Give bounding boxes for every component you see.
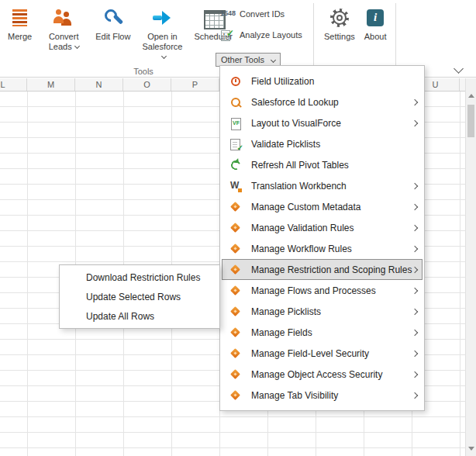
convert-ids-icon: 1548 (220, 8, 236, 20)
ribbon-button[interactable]: Merge (3, 3, 36, 42)
ribbon-button[interactable]: Open in Salesforce (135, 3, 189, 62)
dropdown-caret-icon (161, 54, 167, 59)
menu-item[interactable]: Manage Restriction and Scoping Rules (222, 259, 423, 280)
ribbon-button[interactable]: About (360, 3, 391, 42)
menu-item[interactable]: Manage Fields (222, 322, 423, 343)
ribbon-button-label: About (364, 32, 387, 42)
menu-item[interactable]: Manage Field-Level Security (222, 343, 423, 364)
menu-item-label: Refresh All Pivot Tables (251, 160, 349, 171)
menu-item[interactable]: Manage Custom Metadata (222, 196, 423, 217)
menu-item-label: Manage Field-Level Security (251, 348, 369, 359)
ribbon-button[interactable]: Convert Leads (36, 3, 91, 52)
menu-item-label: Translation Workbench (251, 181, 347, 192)
icon-text: 1548 (220, 9, 236, 17)
column-header[interactable]: N (75, 78, 123, 91)
about-icon (367, 9, 384, 26)
menu-item[interactable]: Manage Picklists (222, 301, 423, 322)
manage-item-icon (229, 306, 242, 318)
submenu-arrow-icon (412, 287, 418, 293)
scroll-up-icon[interactable] (466, 91, 476, 102)
submenu-arrow-icon (412, 119, 418, 126)
other-tools-menu: Field Utilization Salesforce Id Lookup L… (219, 65, 425, 411)
menu-item-label: Manage Picklists (251, 306, 321, 317)
submenu-item[interactable]: Update All Rows (60, 306, 219, 326)
merge-icon (10, 8, 30, 28)
manage-item-icon (229, 222, 242, 234)
edit-flow-icon (103, 8, 123, 28)
submenu-arrow-icon (412, 371, 418, 377)
menu-item[interactable]: Manage Tab Visibility (222, 385, 423, 406)
vertical-scrollbar[interactable] (465, 78, 476, 456)
menu-item[interactable]: Refresh All Pivot Tables (222, 154, 423, 175)
menu-item-label: Manage Tab Visibility (251, 390, 338, 401)
dropdown-caret-icon (74, 43, 80, 49)
submenu-arrow-icon (412, 182, 418, 188)
manage-item-icon (229, 264, 242, 276)
submenu-item[interactable]: Update Selected Rows (60, 287, 219, 306)
menu-item[interactable]: Field Utilization (222, 71, 423, 92)
menu-item-label: Salesforce Id Lookup (251, 97, 339, 108)
menu-item[interactable]: Manage Object Access Security (222, 364, 423, 385)
submenu-item-label: Update All Rows (86, 311, 154, 322)
ribbon-separator (313, 3, 314, 73)
validate-picklists-icon (229, 138, 242, 150)
analyze-layouts-icon (220, 29, 236, 41)
ribbon-button-label: Edit Flow (95, 32, 130, 42)
ribbon-button-label: Merge (8, 32, 32, 42)
submenu-item-label: Download Restriction Rules (86, 272, 200, 283)
manage-item-icon (229, 285, 242, 297)
menu-item-label: Manage Flows and Processes (251, 285, 376, 296)
layout-to-visualforce-icon (229, 117, 242, 130)
manage-item-icon (229, 368, 242, 381)
menu-item-label: Manage Custom Metadata (251, 202, 360, 212)
manage-item-icon (229, 243, 242, 255)
submenu-arrow-icon (412, 245, 418, 251)
scroll-down-icon[interactable] (466, 443, 476, 454)
ribbon-button[interactable]: Edit Flow (91, 3, 135, 42)
column-header[interactable]: O (123, 78, 171, 91)
submenu-arrow-icon (412, 224, 418, 230)
submenu-arrow-icon (412, 308, 418, 314)
submenu-arrow-icon (412, 329, 418, 335)
menu-item[interactable]: Translation Workbench (222, 175, 423, 196)
menu-item[interactable]: Validate Picklists (222, 133, 423, 154)
menu-item[interactable]: Manage Validation Rules (222, 217, 423, 238)
excel-addin-window: Merge Convert Leads Edit Flow Open in Sa… (0, 0, 476, 456)
ribbon-right-buttons: Settings About (319, 3, 391, 42)
menu-item[interactable]: Salesforce Id Lookup (222, 92, 423, 112)
column-header[interactable]: L (0, 78, 27, 91)
manage-item-icon (229, 326, 242, 339)
menu-item-label: Manage Fields (251, 327, 312, 338)
ribbon-small-button[interactable]: Analyze Layouts (216, 27, 307, 43)
salesforce-id-lookup-icon (229, 96, 242, 109)
convert-leads-icon (53, 8, 74, 28)
scrollbar-thumb[interactable] (467, 105, 474, 137)
column-header[interactable]: M (27, 78, 75, 91)
ribbon-small-button[interactable]: 1548 Convert IDs (216, 6, 289, 22)
ribbon-button[interactable]: Settings (319, 3, 360, 42)
ribbon-small-buttons: 1548 Convert IDs Analyze Layouts Other T… (216, 6, 307, 67)
collapse-ribbon-icon[interactable] (454, 64, 464, 74)
restriction-rules-submenu: Download Restriction Rules Update Select… (59, 264, 220, 329)
ribbon-button-label: Settings (324, 32, 355, 42)
submenu-item[interactable]: Download Restriction Rules (60, 268, 219, 287)
manage-item-icon (229, 347, 242, 360)
translation-workbench-icon (229, 180, 242, 192)
menu-item-label: Manage Workflow Rules (251, 244, 352, 254)
menu-item-label: Field Utilization (251, 76, 314, 87)
menu-item[interactable]: Manage Workflow Rules (222, 238, 423, 259)
column-header[interactable]: P (171, 78, 219, 91)
submenu-arrow-icon (412, 392, 418, 398)
ribbon-button-label: Open in Salesforce (140, 32, 185, 62)
settings-icon (330, 9, 349, 27)
ribbon-separator (395, 3, 396, 73)
menu-item[interactable]: Manage Flows and Processes (222, 280, 423, 301)
submenu-arrow-icon (412, 98, 418, 105)
menu-item-label: Validate Picklists (251, 139, 320, 150)
menu-item[interactable]: Layout to VisualForce (222, 112, 423, 133)
ribbon-button-label: Convert Leads (41, 32, 86, 52)
submenu-arrow-icon (412, 266, 418, 272)
dropdown-caret-icon (271, 57, 276, 62)
ribbon-big-buttons: Merge Convert Leads Edit Flow Open in Sa… (3, 3, 237, 62)
ribbon-small-button-label: Analyze Layouts (240, 30, 302, 40)
